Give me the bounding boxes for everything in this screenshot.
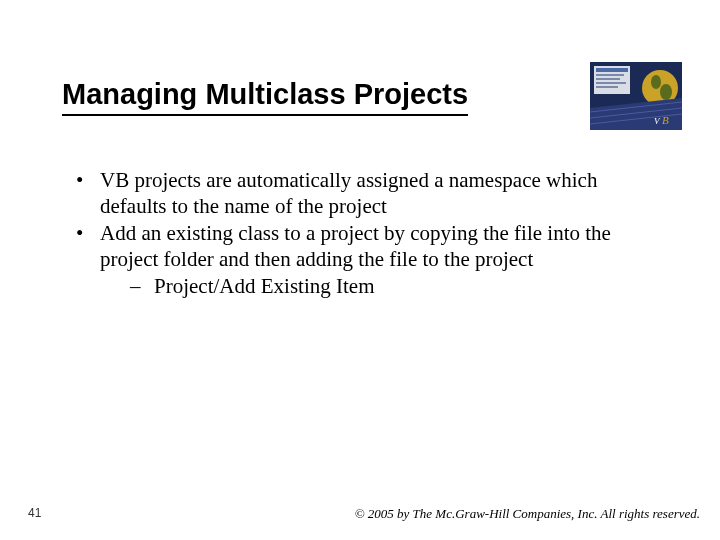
bullet-list: VB projects are automatically assigned a…: [72, 168, 658, 300]
sub-bullet-item: Project/Add Existing Item: [100, 274, 658, 300]
svg-text:B: B: [662, 114, 669, 126]
svg-rect-4: [596, 78, 620, 80]
bullet-item: VB projects are automatically assigned a…: [72, 168, 658, 219]
bullet-text: VB projects are automatically assigned a…: [100, 168, 597, 218]
decorative-logo: B V: [590, 62, 682, 130]
svg-rect-2: [596, 68, 628, 72]
sub-bullet-list: Project/Add Existing Item: [100, 274, 658, 300]
svg-rect-5: [596, 82, 626, 84]
bullet-item: Add an existing class to a project by co…: [72, 221, 658, 300]
slide-title: Managing Multiclass Projects: [62, 78, 468, 111]
slide-body: VB projects are automatically assigned a…: [72, 168, 658, 302]
svg-rect-6: [596, 86, 618, 88]
svg-rect-3: [596, 74, 624, 76]
page-number: 41: [28, 506, 41, 520]
svg-point-8: [651, 75, 661, 89]
svg-point-9: [660, 84, 672, 100]
title-underline: [62, 114, 468, 116]
bullet-text: Add an existing class to a project by co…: [100, 221, 611, 271]
slide: Managing Multiclass Projects B V VB proj…: [0, 0, 720, 540]
copyright-text: © 2005 by The Mc.Graw-Hill Companies, In…: [355, 506, 700, 522]
